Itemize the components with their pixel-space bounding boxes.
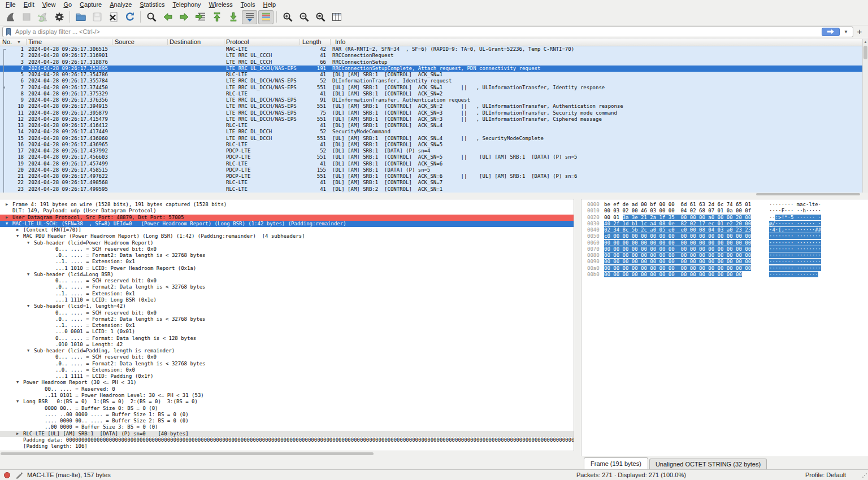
hex-bytes[interactable]: 00 00 00 00 00 00 00 00 00 00 00 00 00 0…	[604, 272, 742, 278]
detail-row[interactable]: ..1. .... = Extension: 0x1	[0, 291, 574, 297]
details-hscroll-thumb[interactable]	[1, 452, 374, 455]
hscroll-thumb[interactable]	[756, 193, 860, 195]
go-back-icon[interactable]	[160, 10, 175, 24]
packet-row[interactable]: 172024-04-28 09:26:17.437992PDCP-LTE52[D…	[0, 148, 862, 154]
close-file-icon[interactable]	[106, 10, 121, 24]
packet-row[interactable]: 32024-04-28 09:26:17.318876LTE RRC DL_CC…	[0, 59, 862, 66]
bytes-tab[interactable]: Frame (191 bytes)	[584, 457, 648, 469]
auto-scroll-icon[interactable]	[242, 10, 257, 24]
packet-row[interactable]: 12024-04-28 09:26:17.306515MAC-LTE42RAR …	[0, 46, 862, 53]
expander-open-icon[interactable]: ▼	[27, 240, 29, 246]
detail-row[interactable]: ▼Sub-header (lcid=1, length=42)	[0, 303, 574, 309]
expander-open-icon[interactable]: ▼	[16, 233, 19, 239]
detail-row[interactable]: ..0. .... = Extension: 0x0	[0, 367, 574, 373]
filter-dropdown-caret[interactable]: ▼	[841, 29, 851, 34]
packet-row[interactable]: 212024-04-28 09:26:17.497622PDCP-LTE551[…	[0, 173, 862, 180]
stop-capture-icon[interactable]	[19, 10, 34, 24]
hex-ascii[interactable]: ····F··· ··h·····	[769, 208, 821, 214]
detail-row[interactable]: 0... .... = SCH reserved bit: 0x0	[0, 278, 574, 284]
menu-wireless[interactable]: Wireless	[205, 1, 237, 8]
menu-analyze[interactable]: Analyze	[106, 1, 136, 8]
detail-row[interactable]: 0... .... = Format: Data length is < 128…	[0, 335, 574, 342]
hex-ascii[interactable]: ··:>!*·5 ······ ·	[769, 215, 821, 221]
bytes-tab[interactable]: Unaligned OCTET STRING (32 bytes)	[649, 459, 767, 469]
packet-row[interactable]: 222024-04-28 09:26:17.498568RLC-LTE41[DL…	[0, 180, 862, 186]
expander-open-icon[interactable]: ▼	[6, 221, 8, 227]
detail-row[interactable]: ..11 0101 = Power Headroom Level: 30 <= …	[0, 392, 574, 399]
detail-row[interactable]: .0.. .... = Format2: Data length is < 32…	[0, 316, 574, 322]
packet-list-vscrollbar[interactable]: ▲	[862, 39, 868, 193]
apply-filter-button[interactable]	[822, 28, 840, 36]
hex-bytes[interactable]: 00 00 00 00 00 00 00 00 00 00 00 00 00 0…	[604, 259, 751, 265]
packet-row[interactable]: 62024-04-28 09:26:17.355784LTE RRC DL_DC…	[0, 78, 862, 84]
zoom-in-icon[interactable]	[280, 10, 295, 24]
menu-view[interactable]: View	[38, 1, 60, 8]
menu-edit[interactable]: Edit	[20, 1, 38, 8]
column-header-time[interactable]: Time	[28, 38, 42, 46]
hex-bytes[interactable]: 02 34 8c 5b 2c a0 05 e0 e0 00 08 04 03 a…	[604, 227, 751, 233]
hex-bytes[interactable]: 00 00 00 00 00 00 00 00 00 00 00 00 00 0…	[604, 240, 751, 246]
detail-row[interactable]: .0.. .... = Format2: Data length is < 32…	[0, 252, 574, 259]
hex-ascii[interactable]: ········ ········	[769, 265, 821, 272]
column-header-source[interactable]: Source	[115, 38, 134, 46]
hex-ascii[interactable]: ········ ········	[769, 233, 821, 239]
packet-row[interactable]: 122024-04-28 09:26:17.415479LTE RRC UL_D…	[0, 116, 862, 123]
packet-row[interactable]: 142024-04-28 09:26:17.417449LTE RRC DL_D…	[0, 129, 862, 135]
hex-ascii[interactable]: ········ ········	[769, 240, 821, 246]
column-header-destination[interactable]: Destination	[170, 38, 201, 46]
menu-tools[interactable]: Tools	[237, 1, 259, 8]
add-filter-button[interactable]: +	[853, 26, 866, 37]
go-forward-icon[interactable]	[176, 10, 192, 24]
packet-row[interactable]: 182024-04-28 09:26:17.456603PDCP-LTE551[…	[0, 154, 862, 160]
column-separator[interactable]	[330, 39, 331, 45]
detail-row[interactable]: [Padding length: 106]	[0, 443, 574, 450]
save-file-icon[interactable]	[89, 10, 105, 24]
restart-capture-icon[interactable]	[35, 10, 50, 24]
detail-row[interactable]: DLT: 149, Payload: udp (User Datagram Pr…	[0, 208, 574, 214]
details-hscrollbar[interactable]	[0, 451, 574, 456]
column-separator[interactable]	[300, 39, 300, 45]
detail-row[interactable]: .... 0000 00.. .... = Buffer Size 2: BS …	[0, 418, 574, 424]
detail-row[interactable]: 0... .... = SCH reserved bit: 0x0	[0, 310, 574, 316]
hex-bytes[interactable]: 00 01 3a 3e 21 2a 1f 35 00 00 00 a0 00 0…	[604, 215, 751, 221]
packet-row[interactable]: 52024-04-28 09:26:17.354786RLC-LTE41[DL]…	[0, 72, 862, 78]
hex-ascii[interactable]: ········ ·······	[769, 272, 818, 278]
detail-row[interactable]: ▼Sub-header (lcid=Long BSR)	[0, 272, 574, 278]
menu-help[interactable]: Help	[259, 1, 280, 8]
expander-open-icon[interactable]: ▼	[16, 379, 19, 386]
hex-bytes[interactable]: 00 00 00 00 00 00 00 00 00 00 00 00 00 0…	[604, 252, 751, 259]
hex-bytes[interactable]: be ef de ad 00 bf 00 00 6d 61 63 2d 6c 7…	[604, 202, 751, 208]
expander-open-icon[interactable]: ▼	[27, 348, 29, 354]
profile-label[interactable]: Profile: Default	[805, 470, 846, 480]
expander-closed-icon[interactable]: ▶	[6, 202, 8, 208]
open-file-icon[interactable]	[73, 10, 88, 24]
column-separator[interactable]	[167, 39, 168, 45]
detail-row[interactable]: 00.. .... = Reserved: 0	[0, 386, 574, 392]
column-separator[interactable]	[224, 39, 224, 45]
expander-closed-icon[interactable]: ▶	[16, 227, 19, 233]
resize-columns-icon[interactable]	[329, 10, 344, 24]
detail-row[interactable]: ▶User Datagram Protocol, Src Port: 48879…	[0, 215, 574, 221]
packet-list-hscrollbar[interactable]	[0, 193, 862, 196]
packet-row[interactable]: 152024-04-28 09:26:17.436060LTE RRC UL_D…	[0, 136, 862, 142]
reload-icon[interactable]	[122, 10, 137, 24]
hex-ascii[interactable]: ········ mac-lte·	[769, 202, 821, 208]
detail-row[interactable]: 0... .... = SCH reserved bit: 0x0	[0, 354, 574, 360]
packet-row[interactable]: 82024-04-28 09:26:17.375329RLC-LTE41[DL]…	[0, 91, 862, 97]
hex-ascii[interactable]: ········ ········	[769, 252, 821, 259]
hex-ascii[interactable]: ········ ········	[769, 259, 821, 265]
column-header-protocol[interactable]: Protocol	[226, 38, 249, 46]
scroll-up-icon[interactable]: ▲	[863, 39, 868, 45]
hex-ascii[interactable]: ········ ········	[769, 246, 821, 252]
detail-row[interactable]: .0.. .... = Format2: Data length is < 32…	[0, 361, 574, 367]
zoom-original-icon[interactable]	[313, 10, 328, 24]
expander-open-icon[interactable]: ▼	[27, 303, 29, 309]
detail-row[interactable]: .0.. .... = Format2: Data length is < 32…	[0, 284, 574, 290]
detail-row[interactable]: ...1 1111 = LCID: Padding (0x1f)	[0, 373, 574, 379]
go-first-icon[interactable]	[209, 10, 224, 24]
detail-row[interactable]: ...1 1110 = LCID: Long BSR (0x1e)	[0, 297, 574, 303]
packet-row[interactable]: 202024-04-28 09:26:17.458515PDCP-LTE155[…	[0, 167, 862, 173]
colorize-icon[interactable]	[258, 10, 274, 24]
find-packet-icon[interactable]	[144, 10, 159, 24]
packet-row[interactable]: 112024-04-28 09:26:17.395879LTE RRC DL_D…	[0, 110, 862, 116]
